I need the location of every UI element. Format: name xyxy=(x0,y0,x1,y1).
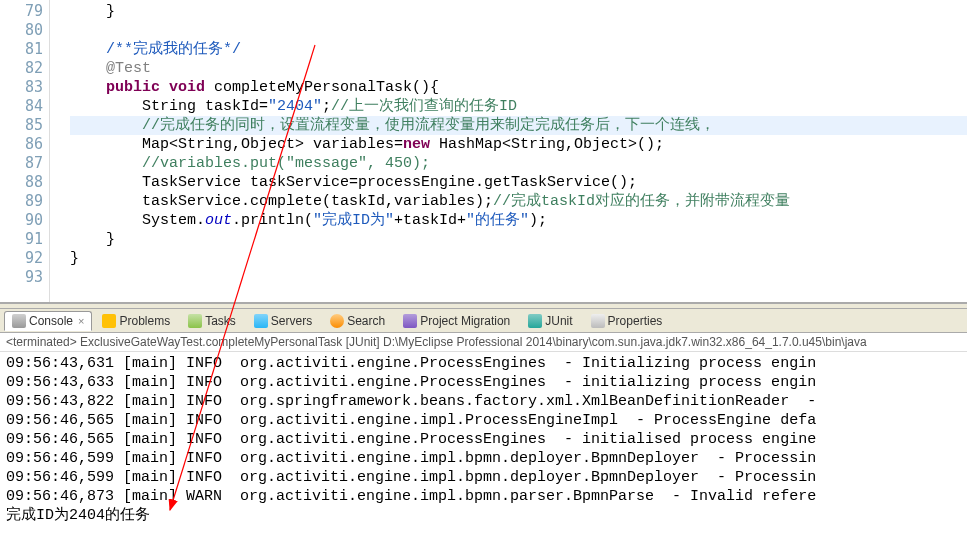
tab-label: Console xyxy=(29,314,73,328)
console-line: 09:56:46,599 [main] INFO org.activiti.en… xyxy=(6,449,961,468)
line-number: 86 xyxy=(0,135,43,154)
console-icon xyxy=(12,314,26,328)
code-line[interactable]: public void completeMyPersonalTask(){ xyxy=(70,78,967,97)
console-line: 09:56:43,631 [main] INFO org.activiti.en… xyxy=(6,354,961,373)
line-number: 81 xyxy=(0,40,43,59)
tab-label: Search xyxy=(347,314,385,328)
code-line[interactable]: String taskId="2404";//上一次我们查询的任务ID xyxy=(70,97,967,116)
tasks-icon xyxy=(188,314,202,328)
line-number: 85 xyxy=(0,116,43,135)
code-line[interactable]: /**完成我的任务*/ xyxy=(70,40,967,59)
tab-problems[interactable]: Problems xyxy=(94,311,178,331)
tab-search[interactable]: Search xyxy=(322,311,393,331)
tab-console[interactable]: Console× xyxy=(4,311,92,331)
tab-project-migration[interactable]: Project Migration xyxy=(395,311,518,331)
junit-icon xyxy=(528,314,542,328)
tab-servers[interactable]: Servers xyxy=(246,311,320,331)
tab-label: Tasks xyxy=(205,314,236,328)
line-number: 83 xyxy=(0,78,43,97)
console-line: 09:56:46,599 [main] INFO org.activiti.en… xyxy=(6,468,961,487)
code-line[interactable]: @Test xyxy=(70,59,967,78)
console-line: 09:56:46,565 [main] INFO org.activiti.en… xyxy=(6,411,961,430)
line-number: 82 xyxy=(0,59,43,78)
code-line[interactable]: //variables.put("message", 450); xyxy=(70,154,967,173)
code-editor[interactable]: 798081828384858687888990919293 } /**完成我的… xyxy=(0,0,967,303)
bottom-tabs-bar: Console×ProblemsTasksServersSearchProjec… xyxy=(0,309,967,333)
console-line: 09:56:46,565 [main] INFO org.activiti.en… xyxy=(6,430,961,449)
code-line[interactable]: TaskService taskService=processEngine.ge… xyxy=(70,173,967,192)
console-output[interactable]: 09:56:43,631 [main] INFO org.activiti.en… xyxy=(0,352,967,527)
line-number-gutter: 798081828384858687888990919293 xyxy=(0,0,50,302)
code-line[interactable]: } xyxy=(70,2,967,21)
tab-tasks[interactable]: Tasks xyxy=(180,311,244,331)
line-number: 89 xyxy=(0,192,43,211)
code-line[interactable] xyxy=(70,268,967,287)
properties-icon xyxy=(591,314,605,328)
code-line[interactable]: System.out.println("完成ID为"+taskId+"的任务")… xyxy=(70,211,967,230)
line-number: 80 xyxy=(0,21,43,40)
console-line: 09:56:46,873 [main] WARN org.activiti.en… xyxy=(6,487,961,506)
tab-label: JUnit xyxy=(545,314,572,328)
close-icon[interactable]: × xyxy=(78,315,84,327)
tab-label: Project Migration xyxy=(420,314,510,328)
line-number: 91 xyxy=(0,230,43,249)
line-number: 79 xyxy=(0,2,43,21)
code-line[interactable]: taskService.complete(taskId,variables);/… xyxy=(70,192,967,211)
code-line[interactable]: //完成任务的同时，设置流程变量，使用流程变量用来制定完成任务后，下一个连线， xyxy=(70,116,967,135)
code-line[interactable]: } xyxy=(70,230,967,249)
console-line: 09:56:43,633 [main] INFO org.activiti.en… xyxy=(6,373,961,392)
line-number: 90 xyxy=(0,211,43,230)
problems-icon xyxy=(102,314,116,328)
console-line: 完成ID为2404的任务 xyxy=(6,506,961,525)
line-number: 93 xyxy=(0,268,43,287)
line-number: 88 xyxy=(0,173,43,192)
line-number: 92 xyxy=(0,249,43,268)
line-number: 84 xyxy=(0,97,43,116)
tab-label: Problems xyxy=(119,314,170,328)
servers-icon xyxy=(254,314,268,328)
code-line[interactable]: } xyxy=(70,249,967,268)
console-line: 09:56:43,822 [main] INFO org.springframe… xyxy=(6,392,961,411)
tab-junit[interactable]: JUnit xyxy=(520,311,580,331)
line-number: 87 xyxy=(0,154,43,173)
tab-label: Properties xyxy=(608,314,663,328)
tab-properties[interactable]: Properties xyxy=(583,311,671,331)
project-migration-icon xyxy=(403,314,417,328)
code-line[interactable] xyxy=(70,21,967,40)
console-status-bar: <terminated> ExclusiveGateWayTest.comple… xyxy=(0,333,967,352)
code-content[interactable]: } /**完成我的任务*/ @Test public void complete… xyxy=(50,0,967,302)
tab-label: Servers xyxy=(271,314,312,328)
search-icon xyxy=(330,314,344,328)
code-line[interactable]: Map<String,Object> variables=new HashMap… xyxy=(70,135,967,154)
